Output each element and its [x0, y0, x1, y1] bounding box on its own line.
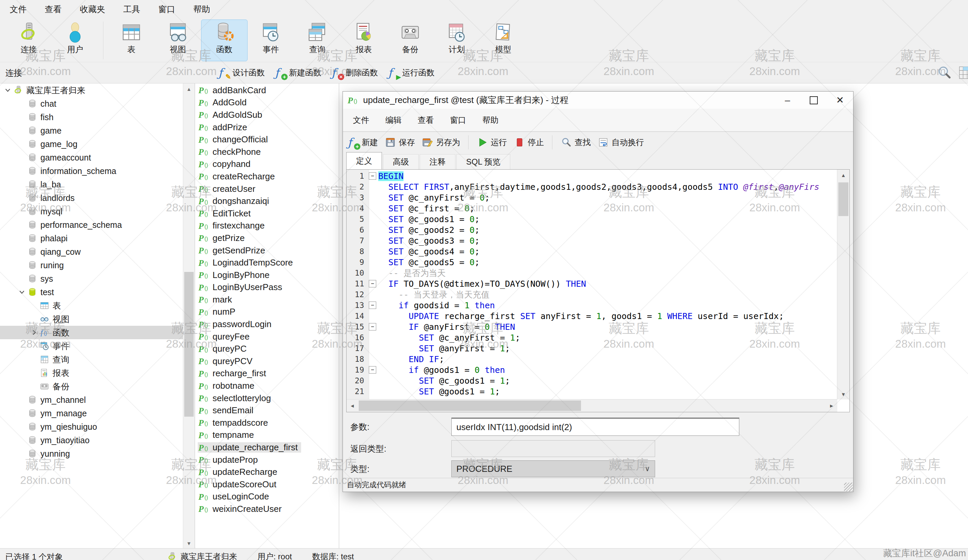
- chevron-down-icon[interactable]: [17, 287, 27, 297]
- dialog-stop-button[interactable]: 停止: [514, 137, 544, 148]
- tree-item-ymmanage[interactable]: ym_manage: [0, 406, 183, 420]
- function-list-item[interactable]: P()sendEmail: [195, 404, 339, 416]
- function-list-item[interactable]: P()qureyPC: [195, 343, 339, 355]
- tree-item-landlords[interactable]: landlords: [0, 191, 183, 205]
- code-line[interactable]: 12 -- 当天登录，当天充值: [346, 289, 837, 300]
- dialog-find-button[interactable]: 查找: [560, 137, 591, 148]
- menu-window[interactable]: 窗口: [149, 0, 184, 18]
- sql-code[interactable]: 1−BEGIN2 SELECT FIRST,anyFirst,daytime,g…: [346, 171, 837, 400]
- menu-favorites[interactable]: 收藏夹: [71, 0, 114, 18]
- tree-item-[interactable]: f()函数: [0, 326, 183, 339]
- scroll-right-icon[interactable]: ►: [826, 400, 837, 412]
- function-list-item[interactable]: P()dongshanzaiqi: [195, 195, 339, 207]
- code-line[interactable]: 20 SET @c_goods1 = 1;: [346, 375, 837, 386]
- function-list-item[interactable]: P()LoginByPhone: [195, 269, 339, 281]
- scroll-down-icon[interactable]: ▼: [183, 538, 195, 548]
- dialog-new-button[interactable]: ƒ+新建: [348, 135, 378, 149]
- tree-item-game[interactable]: game: [0, 124, 183, 137]
- function-list-item[interactable]: P()mark: [195, 294, 339, 306]
- tab-definition[interactable]: 定义: [346, 152, 382, 169]
- code-line[interactable]: 4 SET @c_first = 0;: [346, 203, 837, 214]
- chevron-down-icon[interactable]: [3, 85, 13, 95]
- function-list-item[interactable]: P()LoginaddTempScore: [195, 256, 339, 269]
- code-line[interactable]: 16 SET @c_anyFirst = 1;: [346, 332, 837, 343]
- code-line[interactable]: 1−BEGIN: [346, 171, 837, 182]
- dialog-menu-file[interactable]: 文件: [345, 109, 377, 131]
- toolbar-user-button[interactable]: 用户: [52, 20, 98, 61]
- grid-view-icon[interactable]: [957, 64, 968, 81]
- toolbar-model-button[interactable]: 模型: [480, 20, 526, 61]
- function-list-item[interactable]: P()createUser: [195, 183, 339, 195]
- scroll-down-icon[interactable]: ▼: [837, 389, 849, 400]
- function-list-item[interactable]: P()recharge_first: [195, 367, 339, 380]
- function-list-item[interactable]: P()useLoginCode: [195, 491, 339, 503]
- close-button[interactable]: ✕: [827, 91, 853, 109]
- function-list-item[interactable]: P()EditTicket: [195, 207, 339, 220]
- function-list-item[interactable]: P()firstexchange: [195, 220, 339, 232]
- code-line[interactable]: 5 SET @c_goods1 = 0;: [346, 214, 837, 225]
- tab-advanced[interactable]: 高级: [383, 154, 419, 169]
- code-line[interactable]: 15− IF @anyFirst = 0 THEN: [346, 321, 837, 332]
- function-list-item[interactable]: P()updateProp: [195, 454, 339, 466]
- function-list-item[interactable]: P()updateRecharge: [195, 466, 339, 478]
- toolbar-query-button[interactable]: 查询: [294, 20, 340, 61]
- tree-item-gamelog[interactable]: game_log: [0, 137, 183, 151]
- code-line[interactable]: 9 SET @c_goods5 = 0;: [346, 257, 837, 268]
- editor-vscroll-thumb[interactable]: [838, 182, 849, 216]
- design-function-button[interactable]: ƒ✎设计函数: [218, 66, 265, 79]
- editor-hscroll-thumb[interactable]: [359, 400, 581, 411]
- editor-vertical-scrollbar[interactable]: ▲ ▼: [837, 170, 849, 400]
- function-list-item[interactable]: P()checkPhone: [195, 146, 339, 158]
- toolbar-schedule-button[interactable]: 计划: [433, 20, 480, 61]
- function-list-item[interactable]: P()createRecharge: [195, 170, 339, 183]
- function-list-item[interactable]: P()tempaddscore: [195, 416, 339, 429]
- dialog-save-as-button[interactable]: 另存为: [422, 137, 460, 148]
- function-list-item[interactable]: P()update_recharge_first: [195, 441, 339, 454]
- function-list-item[interactable]: P()AddGold: [195, 97, 339, 109]
- code-line[interactable]: 11− IF TO_DAYS(@dtimex)=TO_DAYS(NOW()) T…: [346, 278, 837, 289]
- toolbar-connection-button[interactable]: 连接: [5, 20, 52, 61]
- tree-item-performanceschema[interactable]: performance_schema: [0, 218, 183, 231]
- fold-marker-icon[interactable]: −: [367, 280, 378, 287]
- toolbar-table-button[interactable]: 表: [108, 20, 154, 61]
- function-list-item[interactable]: P()weixinCreateUser: [195, 503, 339, 515]
- function-list-item[interactable]: P()addPrize: [195, 121, 339, 134]
- tree-item-fish[interactable]: fish: [0, 111, 183, 124]
- scroll-up-icon[interactable]: ▲: [837, 170, 849, 180]
- function-list-item[interactable]: P()qureyFee: [195, 330, 339, 343]
- tree-item-ymchannel[interactable]: ym_channel: [0, 393, 183, 406]
- scroll-up-icon[interactable]: ▲: [183, 83, 195, 94]
- function-list-item[interactable]: P()getSendPrize: [195, 244, 339, 257]
- menu-file[interactable]: 文件: [1, 0, 36, 18]
- dialog-menu-window[interactable]: 窗口: [442, 109, 474, 131]
- tree-item-runing[interactable]: runing: [0, 258, 183, 272]
- new-function-button[interactable]: ƒ+新建函数: [275, 66, 321, 79]
- dialog-save-button[interactable]: 保存: [385, 137, 415, 148]
- toolbar-function-button[interactable]: 函数: [201, 20, 247, 61]
- tree-item-[interactable]: 藏宝库王者归来: [0, 83, 183, 97]
- function-list-item[interactable]: P()copyhand: [195, 158, 339, 171]
- run-function-button[interactable]: ƒ▶运行函数: [388, 66, 434, 79]
- tree-item-yunning[interactable]: yunning: [0, 447, 183, 460]
- fold-marker-icon[interactable]: −: [367, 323, 378, 330]
- code-line[interactable]: 7 SET @c_goods3 = 0;: [346, 235, 837, 246]
- function-list-item[interactable]: P()AddGoldSub: [195, 109, 339, 121]
- minimize-button[interactable]: –: [774, 91, 801, 109]
- function-list-item[interactable]: P()tempname: [195, 429, 339, 441]
- menu-tools[interactable]: 工具: [114, 0, 149, 18]
- function-list-item[interactable]: P()passwordLogin: [195, 318, 339, 330]
- toolbar-backup-button[interactable]: 备份: [387, 20, 433, 61]
- code-line[interactable]: 14 UPDATE recharge_first SET anyFirst = …: [346, 311, 837, 321]
- maximize-button[interactable]: [801, 91, 827, 109]
- tree-item-qiangcow[interactable]: qiang_cow: [0, 245, 183, 258]
- editor-horizontal-scrollbar[interactable]: ◄ ►: [346, 399, 837, 412]
- fold-marker-icon[interactable]: −: [367, 302, 378, 309]
- code-line[interactable]: 13− if goodsid = 1 then: [346, 300, 837, 311]
- function-list-item[interactable]: P()selectlotterylog: [195, 392, 339, 405]
- tree-item-mysql[interactable]: mysql: [0, 205, 183, 218]
- tree-item-ymtiaoyitiao[interactable]: ym_tiaoyitiao: [0, 433, 183, 447]
- fold-marker-icon[interactable]: −: [367, 366, 378, 373]
- code-line[interactable]: 8 SET @c_goods4 = 0;: [346, 246, 837, 257]
- tree-item-chat[interactable]: chat: [0, 97, 183, 111]
- toolbar-view-button[interactable]: 视图: [154, 20, 201, 61]
